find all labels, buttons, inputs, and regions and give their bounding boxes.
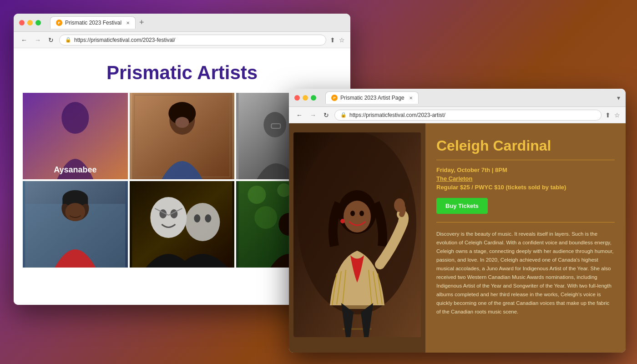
- svg-point-7: [175, 117, 189, 128]
- tab-close-festival[interactable]: ✕: [126, 20, 130, 25]
- masks-photo: [130, 181, 235, 268]
- svg-point-29: [248, 186, 266, 204]
- svg-point-18: [65, 203, 85, 221]
- tab-bar-festival: P Prismatic 2023 Festival ✕ +: [50, 16, 345, 29]
- artist-name-divider: [436, 160, 615, 160]
- maximize-button-artist[interactable]: [311, 95, 316, 101]
- artist-card-aysanabee[interactable]: Aysanabee: [23, 93, 128, 179]
- artist-card-masks[interactable]: [130, 181, 235, 268]
- back-button-festival[interactable]: ←: [19, 35, 29, 45]
- artist-name: Celeigh Cardinal: [436, 137, 615, 154]
- tab-close-artist[interactable]: ✕: [409, 96, 413, 101]
- svg-point-25: [185, 203, 220, 241]
- tab-title-festival: Prismatic 2023 Festival: [65, 20, 121, 26]
- active-tab-festival[interactable]: P Prismatic 2023 Festival ✕: [50, 16, 136, 29]
- tab-title-artist: Prismatic 2023 Artist Page: [340, 95, 404, 101]
- woman-blue-photo: [130, 93, 235, 179]
- forward-button-festival[interactable]: →: [33, 35, 43, 45]
- artist-info-section: Celeigh Cardinal Friday, October 7th | 8…: [425, 123, 626, 353]
- artist-bio: Discovery is the beauty of music. It rev…: [436, 230, 615, 316]
- traffic-lights-artist: [294, 95, 316, 101]
- url-bar-artist[interactable]: 🔒 https://prismaticfestival.com/2023-art…: [334, 110, 602, 121]
- tab-favicon-artist: P: [331, 95, 338, 101]
- svg-point-49: [350, 211, 355, 216]
- svg-text:Aysanabee: Aysanabee: [54, 165, 96, 174]
- artist-photo-section: [289, 123, 425, 353]
- artist-page-content: Celeigh Cardinal Friday, October 7th | 8…: [289, 123, 626, 353]
- artist-card-man-red[interactable]: [23, 181, 128, 268]
- buy-tickets-button[interactable]: Buy Tickets: [436, 198, 488, 214]
- svg-point-50: [359, 211, 364, 216]
- aysanabee-photo: Aysanabee: [23, 93, 128, 179]
- lock-icon-festival: 🔒: [65, 37, 71, 43]
- forward-button-artist[interactable]: →: [308, 111, 318, 120]
- tab-favicon-festival: P: [56, 20, 62, 26]
- address-bar-festival: ← → ↻ 🔒 https://prismaticfestival.com/20…: [14, 32, 350, 48]
- refresh-button-festival[interactable]: ↻: [46, 35, 56, 45]
- svg-point-48: [344, 201, 371, 233]
- url-text-artist: https://prismaticfestival.com/2023-artis…: [349, 112, 445, 118]
- tab-bar-artist: P Prismatic 2023 Artist Page ✕: [325, 91, 613, 104]
- minimize-button-artist[interactable]: [303, 95, 308, 101]
- svg-point-11: [264, 112, 287, 137]
- url-bar-festival[interactable]: 🔒 https://prismaticfestival.com/2023-fes…: [59, 35, 326, 46]
- artist-venue[interactable]: The Carleton: [436, 175, 615, 182]
- bookmark-icon-artist[interactable]: ☆: [614, 111, 620, 119]
- tab-dropdown-artist[interactable]: ▾: [617, 94, 620, 101]
- svg-point-1: [61, 102, 89, 134]
- refresh-button-artist[interactable]: ↻: [322, 111, 331, 120]
- artist-price: Regular $25 / PWYC $10 (tickets sold by …: [436, 184, 615, 191]
- svg-point-20: [150, 197, 187, 238]
- minimize-button[interactable]: [27, 20, 33, 25]
- svg-point-27: [205, 214, 211, 222]
- share-icon-artist[interactable]: ⬆: [605, 111, 611, 119]
- svg-point-26: [194, 214, 200, 222]
- close-button[interactable]: [19, 20, 25, 25]
- close-button-artist[interactable]: [294, 95, 300, 101]
- svg-point-51: [340, 219, 345, 223]
- bookmark-icon-festival[interactable]: ☆: [339, 36, 345, 44]
- browser-window-artist: P Prismatic 2023 Artist Page ✕ ▾ ← → ↻ 🔒…: [289, 89, 626, 353]
- celeigh-photo-svg: [293, 132, 421, 337]
- url-text-festival: https://prismaticfestival.com/2023-festi…: [74, 37, 175, 43]
- svg-point-32: [255, 206, 278, 229]
- artist-card-woman-blue[interactable]: [130, 93, 235, 179]
- traffic-lights-festival: [19, 20, 41, 25]
- active-tab-artist[interactable]: P Prismatic 2023 Artist Page ✕: [325, 91, 419, 104]
- svg-point-52: [394, 198, 405, 212]
- artist-bio-divider: [436, 222, 615, 222]
- page-title-festival: Prismatic Artists: [23, 62, 341, 84]
- titlebar-festival: P Prismatic 2023 Festival ✕ +: [14, 14, 350, 32]
- artist-photo: [293, 132, 421, 337]
- address-bar-artist: ← → ↻ 🔒 https://prismaticfestival.com/20…: [289, 107, 626, 123]
- artist-date: Friday, October 7th | 8PM: [436, 167, 615, 173]
- lock-icon-artist: 🔒: [340, 112, 347, 118]
- titlebar-artist: P Prismatic 2023 Artist Page ✕ ▾: [289, 89, 626, 107]
- new-tab-button-festival[interactable]: +: [139, 18, 144, 27]
- back-button-artist[interactable]: ←: [294, 111, 304, 120]
- man-red-photo: [23, 181, 128, 268]
- share-icon-festival[interactable]: ⬆: [330, 36, 335, 44]
- maximize-button[interactable]: [35, 20, 41, 25]
